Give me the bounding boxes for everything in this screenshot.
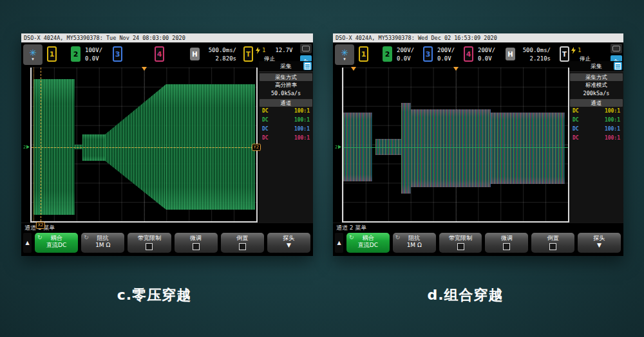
softkey-invert[interactable]: 倒置	[221, 233, 264, 253]
checkbox[interactable]	[457, 243, 464, 250]
trigger-position-icon[interactable]	[453, 67, 459, 71]
checkbox[interactable]	[549, 243, 556, 250]
probe-ratio: 100:1	[294, 134, 310, 143]
scope-main: 2 采集 采集方式 标准模式 200kSa/s 通道 DC 100:1 DC	[333, 68, 623, 223]
ground-marker[interactable]: 2	[335, 145, 341, 149]
trigger-edge-icon	[571, 47, 576, 54]
scope-main: X2 Y2 2 采集 采集方式 高分辨率 50.0kSa/s 通道 DC	[21, 68, 313, 223]
horizontal-readout: 500.0ms/ 2.820s	[203, 46, 236, 63]
sparkle-icon: ✳	[29, 48, 37, 57]
softkey-invert[interactable]: 倒置	[531, 233, 574, 253]
horizontal-button[interactable]: H	[506, 48, 515, 60]
softkey-fine-adjust[interactable]: 微调	[485, 233, 528, 253]
rotate-icon: ↻	[37, 234, 43, 241]
zone-select-icon[interactable]	[611, 44, 622, 53]
coupling-label: DC	[262, 134, 269, 143]
zone-select-icon[interactable]	[300, 44, 312, 53]
softkey-row: ▲ ↻ 耦合 直流DC ↻ 阻抗 1M Ω 带宽限制 微调 倒置	[333, 232, 623, 256]
trigger-button[interactable]: T	[243, 46, 253, 62]
coupling-label: DC	[262, 125, 269, 134]
side-menu-title-label: 采集	[280, 62, 292, 71]
ground-marker[interactable]: 2	[23, 145, 30, 149]
down-arrow-icon: ▼	[267, 242, 310, 248]
menu-icon[interactable]	[614, 62, 622, 70]
channel-4-button[interactable]: 4	[155, 46, 164, 62]
checkbox[interactable]	[239, 243, 246, 250]
channels-header: 通道	[260, 99, 312, 107]
ground-channel-label: 2	[23, 145, 26, 149]
checkbox[interactable]	[193, 243, 200, 250]
channel-coupling-row: DC 100:1	[569, 134, 623, 143]
softkey-coupling[interactable]: ↻ 耦合 直流DC	[346, 233, 390, 253]
cursor-y2-badge[interactable]: Y2	[252, 143, 261, 150]
trigger-source: 1	[578, 46, 581, 54]
softkey-fine-adjust[interactable]: 微调	[175, 233, 218, 253]
waveform-display: 2	[342, 68, 569, 223]
trigger-position-icon[interactable]	[142, 67, 147, 71]
chevron-down-icon: ▾	[32, 57, 34, 62]
cursor-y2-line[interactable]	[32, 147, 256, 148]
channels-header: 通道	[570, 99, 623, 107]
probe-ratio: 100:1	[605, 116, 620, 125]
cursor-x2-line[interactable]	[41, 68, 41, 221]
probe-ratio: 100:1	[605, 134, 620, 143]
channel-2-scale: 100V/ 0.0V	[85, 46, 102, 63]
probe-ratio: 100:1	[605, 107, 620, 116]
softkey-impedance[interactable]: ↻ 阻抗 1M Ω	[81, 233, 124, 253]
channel-3-button[interactable]: 3	[113, 46, 122, 62]
menu-icon[interactable]	[303, 62, 312, 70]
side-menu-title: 采集	[569, 61, 623, 72]
channel-2-button[interactable]: 2	[383, 46, 392, 62]
channel-coupling-row: DC 100:1	[259, 107, 313, 116]
channel-3-button[interactable]: 3	[423, 46, 433, 62]
figure-canvas: DSO-X 4024A, MY53390378: Tue Nov 24 08:0…	[0, 0, 644, 337]
chevron-down-icon: ▾	[343, 57, 346, 62]
acq-mode-value: 高分辨率	[259, 81, 313, 89]
softkey-bw-limit[interactable]: 带宽限制	[128, 233, 171, 253]
softkey-impedance[interactable]: ↻ 阻抗 1M Ω	[393, 233, 436, 253]
softkey-probe[interactable]: 探头 ▼	[578, 233, 621, 253]
waveform-layer	[32, 68, 256, 221]
sparkle-icon: ✳	[341, 48, 348, 57]
oscilloscope-left: DSO-X 4024A, MY53390378: Tue Nov 24 08:0…	[21, 33, 313, 255]
checkbox[interactable]	[503, 243, 510, 250]
waveform-segment	[491, 113, 565, 183]
caption-right: d.组合穿越	[320, 286, 611, 305]
probe-ratio: 100:1	[294, 125, 310, 134]
coupling-label: DC	[262, 116, 269, 125]
channel-coupling-row: DC 100:1	[569, 107, 623, 116]
probe-ratio: 100:1	[605, 125, 620, 134]
trigger-button[interactable]: T	[560, 46, 569, 62]
side-menu-title: 采集	[259, 61, 313, 72]
caption-left: c.零压穿越	[8, 286, 300, 305]
back-button[interactable]: ▲	[335, 233, 343, 253]
cursor-x1-line[interactable]	[33, 68, 34, 221]
waveform-segment	[411, 109, 491, 187]
ground-channel-label: 2	[335, 145, 337, 149]
softkey-bw-limit[interactable]: 带宽限制	[439, 233, 482, 253]
probe-ratio: 100:1	[294, 116, 310, 125]
channel-1-button[interactable]: 1	[47, 46, 57, 62]
acq-mode-header: 采集方式	[570, 73, 623, 81]
channel-4-scale: 200V/ 0.0V	[478, 46, 495, 63]
probe-ratio: 100:1	[294, 107, 310, 116]
back-button[interactable]: ▲	[23, 233, 32, 253]
menu-title: 通道 1 菜单	[21, 223, 313, 232]
intensity-button[interactable]: ✳ ▾	[23, 44, 43, 65]
channel-coupling-row: DC 100:1	[259, 125, 313, 134]
softkey-coupling[interactable]: ↻ 耦合 直流DC	[35, 233, 78, 253]
checkbox[interactable]	[146, 243, 153, 250]
sample-rate-value: 200kSa/s	[569, 89, 623, 98]
sample-rate-value: 50.0kSa/s	[259, 89, 313, 98]
softkey-probe[interactable]: 探头 ▼	[267, 233, 310, 253]
channel-4-button[interactable]: 4	[464, 46, 473, 62]
cursor-x2-badge[interactable]: X2	[36, 222, 45, 229]
coupling-label: DC	[573, 116, 579, 125]
coupling-label: DC	[573, 134, 579, 143]
channel-1-button[interactable]: 1	[359, 46, 368, 62]
horizontal-button[interactable]: H	[190, 48, 200, 60]
intensity-button[interactable]: ✳ ▾	[335, 44, 354, 65]
marker-icon[interactable]	[351, 67, 356, 71]
down-arrow-icon: ▼	[578, 242, 621, 248]
channel-2-button[interactable]: 2	[71, 46, 80, 62]
